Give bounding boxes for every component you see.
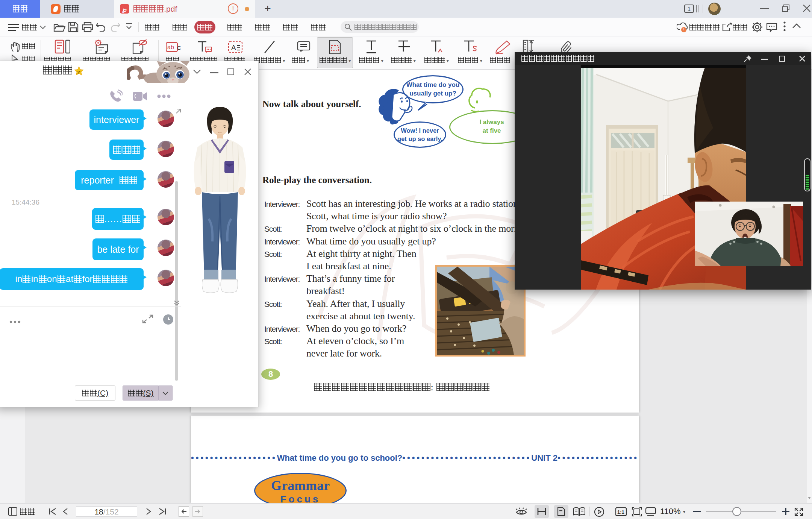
svg-text:A: A (231, 44, 236, 52)
svg-text:c: c (177, 43, 181, 52)
svg-text:ab: ab (167, 44, 174, 50)
svg-text:1:1: 1:1 (617, 509, 624, 515)
